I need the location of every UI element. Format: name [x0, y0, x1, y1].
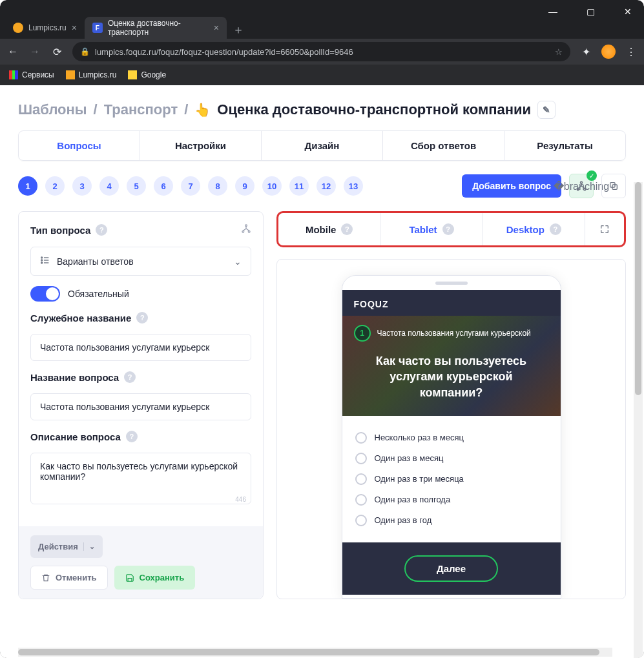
trash-icon	[41, 573, 50, 582]
browser-tab-2[interactable]: F Оценка доставочно-транспортн ×	[85, 17, 227, 39]
radio-icon	[355, 432, 367, 444]
help-icon[interactable]: ?	[96, 224, 107, 236]
char-counter: 446	[235, 496, 246, 503]
step-12[interactable]: 12	[317, 176, 336, 196]
device-tab-mobile[interactable]: Mobile?	[278, 213, 380, 245]
back-button[interactable]: ←	[6, 46, 19, 57]
address-bar: ← → ⟳ 🔒 lumpics.foquz.ru/foquz/foquz-que…	[0, 39, 644, 65]
question-steps: 12345678910111213	[18, 176, 363, 196]
tab-results[interactable]: Результаты	[504, 131, 625, 160]
breadcrumb-transport[interactable]: Транспорт	[104, 101, 178, 118]
svg-point-6	[242, 231, 244, 232]
omnibox[interactable]: 🔒 lumpics.foquz.ru/foquz/foquz-question/…	[72, 42, 570, 61]
device-tab-tablet[interactable]: Tablet?	[380, 213, 483, 245]
apps-icon	[9, 70, 18, 79]
question-type-select[interactable]: Варианты ответов ⌄	[30, 247, 251, 276]
lock-icon: 🔒	[80, 47, 90, 56]
extensions-icon[interactable]: ✦	[579, 46, 592, 58]
browser-tab-1[interactable]: Lumpics.ru ×	[5, 17, 85, 39]
device-tab-desktop[interactable]: Desktop?	[483, 213, 585, 245]
help-icon[interactable]: ?	[124, 371, 136, 383]
bookmark-services[interactable]: Сервисы	[9, 70, 54, 79]
horizontal-scrollbar[interactable]	[18, 648, 612, 657]
bookmark-google[interactable]: Google	[128, 70, 166, 79]
tab-questions[interactable]: Вопросы	[19, 131, 140, 160]
page-title: Оценка доставочно-транспортной компании	[217, 101, 531, 118]
chevron-down-icon: ⌄	[83, 542, 95, 551]
svg-point-8	[41, 257, 43, 258]
help-icon[interactable]: ?	[126, 431, 138, 442]
menu-icon[interactable]: ⋮	[625, 46, 638, 58]
service-name-input[interactable]	[30, 334, 251, 361]
sitemap-icon	[576, 180, 587, 192]
fullscreen-button[interactable]	[585, 213, 624, 245]
question-desc-label: Описание вопроса	[30, 431, 121, 442]
folder-icon	[128, 70, 137, 79]
new-tab-button[interactable]: ＋	[229, 21, 247, 39]
cancel-button[interactable]: Отменить	[30, 566, 108, 590]
save-icon	[125, 573, 134, 582]
step-7[interactable]: 7	[181, 176, 200, 196]
radio-icon	[355, 494, 367, 506]
step-9[interactable]: 9	[235, 176, 254, 196]
help-icon: ?	[442, 223, 454, 235]
device-tabs: Mobile? Tablet? Desktop?	[276, 211, 626, 247]
structure-icon[interactable]	[241, 223, 251, 236]
step-10[interactable]: 10	[262, 176, 282, 196]
question-name-input[interactable]	[30, 393, 251, 420]
breadcrumb-templates[interactable]: Шаблоны	[18, 101, 87, 118]
profile-avatar[interactable]	[601, 45, 616, 59]
url-text: lumpics.foquz.ru/foquz/foquz-question/up…	[95, 47, 550, 57]
forward-button[interactable]: →	[28, 46, 41, 57]
question-number-badge: 1	[354, 325, 371, 342]
preview-option[interactable]: Один раз в полгода	[355, 489, 548, 510]
save-button[interactable]: Сохранить	[114, 566, 196, 590]
step-11[interactable]: 11	[289, 176, 309, 196]
help-icon[interactable]: ?	[136, 312, 148, 324]
reload-button[interactable]: ⟳	[50, 46, 63, 58]
breadcrumb: Шаблоны / Транспорт / 👆 Оценка доставочн…	[18, 101, 626, 119]
step-3[interactable]: 3	[72, 176, 92, 196]
phone-speaker	[342, 276, 561, 290]
step-6[interactable]: 6	[154, 176, 173, 196]
required-toggle[interactable]	[30, 286, 60, 302]
structure-button[interactable]: �branching ✓	[569, 174, 594, 198]
step-13[interactable]: 13	[344, 176, 363, 196]
step-4[interactable]: 4	[99, 176, 119, 196]
preview-breadcrumb: 1 Частота пользования услугами курьерско…	[354, 325, 549, 342]
step-8[interactable]: 8	[208, 176, 227, 196]
step-1[interactable]: 1	[18, 176, 37, 196]
edit-title-button[interactable]: ✎	[537, 101, 556, 119]
question-name-label: Название вопроса	[30, 372, 119, 383]
actions-dropdown[interactable]: Действия⌄	[30, 535, 103, 558]
bookmark-star-icon[interactable]: ☆	[555, 47, 563, 57]
editor-footer: Действия⌄ Отменить Сохранить	[19, 526, 263, 599]
svg-point-2	[584, 189, 586, 190]
copy-icon	[608, 181, 619, 191]
bookmark-lumpics[interactable]: Lumpics.ru	[66, 70, 117, 79]
service-name-label: Служебное название	[30, 313, 131, 324]
close-tab-icon[interactable]: ×	[72, 23, 77, 33]
add-question-button[interactable]: Добавить вопрос	[462, 174, 561, 198]
close-tab-icon[interactable]: ×	[214, 23, 219, 33]
chevron-down-icon: ⌄	[234, 256, 242, 267]
preview-option[interactable]: Один раз в год	[355, 510, 548, 531]
tab-settings[interactable]: Настройки	[140, 131, 262, 160]
vertical-scrollbar[interactable]	[634, 182, 643, 658]
preview-next-button[interactable]: Далее	[404, 555, 498, 582]
copy-button[interactable]	[601, 174, 626, 198]
step-2[interactable]: 2	[45, 176, 65, 196]
tab-design[interactable]: Дизайн	[262, 131, 383, 160]
question-desc-textarea[interactable]	[30, 453, 251, 504]
radio-icon	[355, 515, 367, 526]
preview-option[interactable]: Один раз в месяц	[355, 448, 548, 469]
preview-panel: Mobile? Tablet? Desktop? FOQUZ	[276, 211, 626, 599]
preview-option[interactable]: Несколько раз в месяц	[355, 427, 548, 448]
svg-point-7	[248, 231, 250, 232]
expand-icon	[599, 224, 610, 234]
svg-point-0	[581, 181, 583, 183]
favicon-icon: F	[92, 23, 103, 33]
preview-option[interactable]: Один раз в три месяца	[355, 469, 548, 489]
tab-collect[interactable]: Сбор ответов	[383, 131, 504, 160]
step-5[interactable]: 5	[127, 176, 146, 196]
